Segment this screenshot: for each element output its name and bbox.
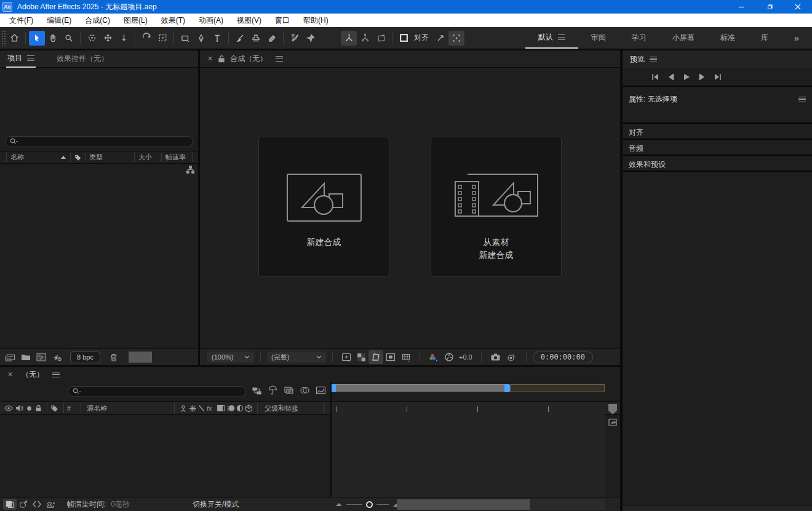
fast-previews-button[interactable]: [339, 353, 354, 362]
comp-button-icon[interactable]: [608, 418, 618, 427]
view-axis-mode-button[interactable]: [373, 31, 389, 46]
timeline-search-input[interactable]: [68, 386, 246, 397]
timeline-hscroll-thumb[interactable]: [397, 499, 530, 510]
show-snapshot-button[interactable]: [504, 353, 520, 362]
menu-view[interactable]: 视图(V): [230, 14, 268, 27]
timeline-navigator-rest[interactable]: [510, 384, 605, 392]
clone-stamp-tool[interactable]: [248, 31, 264, 46]
first-frame-button[interactable]: [651, 73, 659, 81]
menu-edit[interactable]: 编辑(E): [40, 14, 78, 27]
minimize-button[interactable]: [727, 0, 755, 14]
timeline-panel-menu-icon[interactable]: [52, 372, 60, 377]
project-settings-button[interactable]: [52, 353, 62, 362]
timeline-track-area[interactable]: [332, 416, 605, 497]
motion-blur-switch-icon[interactable]: [226, 404, 235, 412]
toggle-mask-visibility-button[interactable]: [368, 350, 383, 364]
workspace-small-screen[interactable]: 小屏幕: [659, 27, 707, 49]
work-area-end-handle[interactable]: [504, 384, 510, 392]
choose-grid-guides-button[interactable]: [398, 353, 414, 362]
pen-tool[interactable]: [193, 31, 209, 46]
current-time-display[interactable]: 0:00:00:00: [533, 352, 593, 363]
three-d-layer-switch-icon[interactable]: [245, 404, 253, 412]
comp-tab-label[interactable]: 合成（无）: [230, 54, 267, 64]
toolbar-grip[interactable]: [1, 30, 6, 46]
timeline-tab-label[interactable]: （无）: [22, 369, 44, 380]
workspace-libraries[interactable]: 库: [748, 27, 781, 49]
orbit-camera-tool[interactable]: [84, 31, 100, 46]
solo-column-icon[interactable]: [26, 406, 32, 411]
source-name-column[interactable]: 源名称: [87, 404, 107, 413]
collapse-transformations-icon[interactable]: [189, 404, 197, 412]
frame-blending-button[interactable]: [300, 385, 310, 395]
comp-panel-menu-icon[interactable]: [276, 56, 283, 62]
new-composition-from-footage-card[interactable]: 从素材 新建合成: [431, 137, 562, 277]
quality-switch-icon[interactable]: [198, 404, 205, 412]
properties-panel-menu-icon[interactable]: [798, 97, 806, 102]
workspace-default[interactable]: 默认: [525, 27, 578, 49]
project-search-input[interactable]: [5, 136, 193, 147]
time-ruler[interactable]: [332, 402, 605, 416]
frame-blend-switch-icon[interactable]: [217, 404, 225, 412]
project-flowchart-icon[interactable]: [186, 165, 195, 174]
tab-effect-controls[interactable]: 效果控件（无）: [57, 54, 108, 64]
shy-switch-icon[interactable]: [179, 404, 188, 412]
comp-marker-bin-icon[interactable]: [608, 403, 618, 415]
workspace-review[interactable]: 审阅: [578, 27, 619, 49]
local-axis-mode-button[interactable]: [341, 31, 357, 46]
dolly-camera-tool[interactable]: [116, 31, 132, 46]
snap-label[interactable]: 对齐: [414, 33, 429, 43]
timeline-hscroll-track[interactable]: [397, 499, 605, 510]
toggle-switches-modes-button[interactable]: 切换开关/模式: [193, 499, 239, 510]
menu-window[interactable]: 窗口: [268, 14, 297, 27]
eraser-tool[interactable]: [264, 31, 280, 46]
workspace-standard[interactable]: 标准: [707, 27, 748, 49]
world-axis-mode-button[interactable]: [357, 31, 373, 46]
rectangle-tool[interactable]: [177, 31, 193, 46]
menu-animation[interactable]: 动画(A): [192, 14, 230, 27]
column-name[interactable]: 名称: [6, 153, 70, 162]
hand-tool[interactable]: [45, 31, 61, 46]
last-frame-button[interactable]: [714, 73, 722, 81]
graph-editor-button[interactable]: [316, 385, 326, 395]
expand-inout-panes-button[interactable]: [30, 501, 44, 508]
play-button[interactable]: [683, 73, 690, 81]
interpret-footage-button[interactable]: [5, 353, 15, 362]
new-composition-card[interactable]: 新建合成: [258, 137, 389, 277]
transparency-grid-button[interactable]: [354, 353, 368, 362]
previous-frame-button[interactable]: [667, 73, 675, 81]
region-of-interest-button[interactable]: [383, 353, 398, 361]
selection-tool[interactable]: [29, 31, 45, 46]
zoom-out-mountain-icon[interactable]: [335, 502, 343, 507]
snap-checkbox[interactable]: [396, 31, 412, 46]
project-panel-menu-icon[interactable]: [27, 55, 34, 61]
menu-effect[interactable]: 效果(T): [154, 14, 192, 27]
new-composition-button[interactable]: [36, 353, 46, 361]
take-snapshot-button[interactable]: [488, 353, 504, 361]
comp-tab-close-icon[interactable]: ✕: [207, 55, 213, 63]
lock-icon[interactable]: [218, 55, 225, 63]
workspace-learn[interactable]: 学习: [619, 27, 659, 49]
roto-brush-tool[interactable]: [287, 31, 303, 46]
puppet-pin-tool[interactable]: [303, 31, 319, 46]
rotation-tool[interactable]: [138, 31, 154, 46]
snap-options-button[interactable]: [448, 31, 464, 46]
delete-item-button[interactable]: [109, 353, 118, 362]
lock-column-icon[interactable]: [35, 404, 42, 412]
home-button[interactable]: [6, 31, 22, 46]
type-tool[interactable]: [209, 31, 225, 46]
preview-panel-menu-icon[interactable]: [650, 57, 657, 62]
video-visibility-column-icon[interactable]: [4, 405, 13, 411]
composition-mini-flowchart-button[interactable]: [252, 385, 262, 395]
menu-composition[interactable]: 合成(C): [78, 14, 117, 27]
show-channel-button[interactable]: [426, 353, 442, 362]
next-frame-button[interactable]: [698, 73, 706, 81]
parent-link-column[interactable]: 父级和链接: [265, 404, 298, 413]
label-column-icon[interactable]: [50, 404, 58, 412]
workspace-menu-icon[interactable]: [558, 34, 565, 40]
workspace-overflow-button[interactable]: »: [781, 27, 812, 49]
timeline-tab-close-icon[interactable]: ✕: [7, 371, 13, 379]
exposure-value[interactable]: +0.0: [459, 353, 472, 361]
snap-arrow-icon[interactable]: [432, 31, 448, 46]
color-depth-button[interactable]: 8 bpc: [70, 352, 100, 363]
column-label-color[interactable]: [70, 153, 85, 162]
